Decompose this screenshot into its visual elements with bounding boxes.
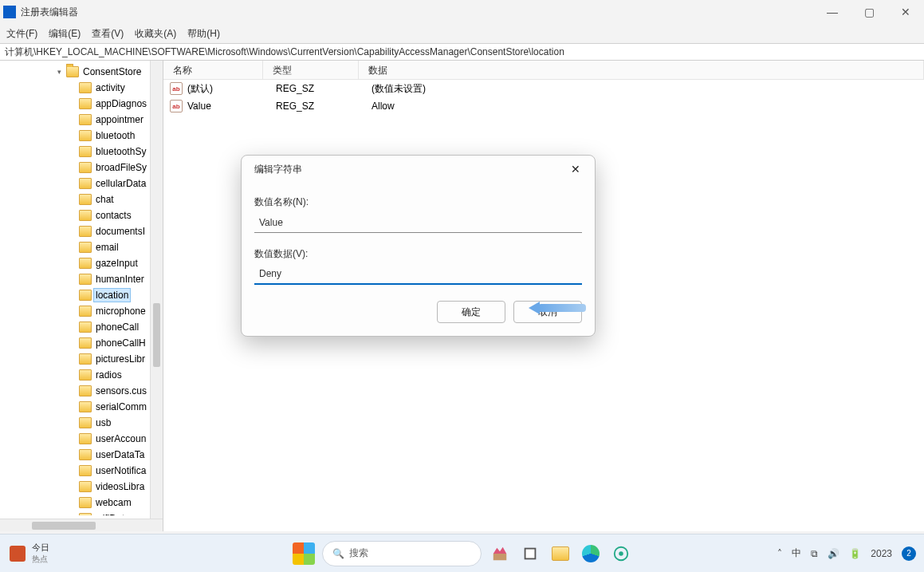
notification-count[interactable]: 2 [902,546,916,561]
menu-help[interactable]: 帮助(H) [187,27,220,41]
tree-item-email[interactable]: email [0,239,163,255]
value-name-input[interactable] [254,212,582,233]
string-value-icon: ab [170,82,183,95]
folder-icon [79,98,92,109]
tree-item-humaninter[interactable]: humanInter [0,271,163,287]
tree-item-contacts[interactable]: contacts [0,207,163,223]
tree-item-serialcomm[interactable]: serialComm [0,399,163,415]
dialog-close-button[interactable]: ✕ [564,163,587,176]
tree-item-label: webcam [94,496,133,509]
tree-item-radios[interactable]: radios [0,367,163,383]
list-body[interactable]: ab(默认)REG_SZ(数值未设置)abValueREG_SZAllow [163,80,924,115]
network-icon[interactable]: ⧉ [811,548,818,559]
tree-item-documentsi[interactable]: documentsI [0,223,163,239]
cancel-button[interactable]: 取消 [513,301,582,323]
menu-favorites[interactable]: 收藏夹(A) [135,27,176,41]
value-row[interactable]: ab(默认)REG_SZ(数值未设置) [163,80,924,97]
menu-file[interactable]: 文件(F) [6,27,37,41]
tree-item-appdiagnos[interactable]: appDiagnos [0,96,163,112]
cell-type: REG_SZ [276,101,372,112]
value-row[interactable]: abValueREG_SZAllow [163,97,924,115]
minimize-button[interactable]: — [814,0,851,24]
tree-item-wifidata[interactable]: wifiData [0,511,163,515]
list-header: 名称 类型 数据 [163,61,924,80]
tray-overflow-icon[interactable]: ˄ [777,548,782,559]
string-value-icon: ab [170,100,183,112]
address-bar[interactable]: 计算机\HKEY_LOCAL_MACHINE\SOFTWARE\Microsof… [0,43,924,61]
tree-item-label: appointmer [94,113,145,126]
registry-tree[interactable]: ▾ConsentStoreactivityappDiagnosappointme… [0,61,163,515]
taskbar-widget[interactable]: 今日 热点 [10,542,49,565]
tree-item-cellulardata[interactable]: cellularData [0,176,163,191]
start-button[interactable] [292,542,316,566]
taskbar-clock[interactable]: 2023 [871,548,892,559]
tree-item-label: wifiData [94,512,132,515]
tree-item-webcam[interactable]: webcam [0,495,163,511]
taskbar-app-1[interactable] [488,542,512,566]
tree-item-label: phoneCallH [94,337,147,349]
tree-item-sensors.cus[interactable]: sensors.cus [0,383,163,399]
tree-item-gazeinput[interactable]: gazeInput [0,255,163,271]
column-name[interactable]: 名称 [163,61,263,79]
tree-item-label: gazeInput [94,257,140,270]
tree-item-appointmer[interactable]: appointmer [0,112,163,128]
folder-icon [79,401,92,412]
folder-icon [79,82,92,93]
tree-item-phonecallh[interactable]: phoneCallH [0,335,163,351]
tree-item-label: ConsentStore [81,65,143,78]
tree-item-videoslibra[interactable]: videosLibra [0,479,163,495]
tree-item-bluetooth[interactable]: bluetooth [0,128,163,144]
folder-icon [79,242,92,253]
window-title: 注册表编辑器 [21,6,814,19]
menu-edit[interactable]: 编辑(E) [49,27,81,41]
ok-button[interactable]: 确定 [437,301,505,323]
folder-icon [79,513,92,515]
column-type[interactable]: 类型 [263,61,359,79]
ime-indicator[interactable]: 中 [792,546,801,560]
value-data-input[interactable] [254,264,582,285]
tree-item-label: userNotifica [94,464,147,477]
tree-item-label: humanInter [94,273,146,286]
taskbar-file-explorer[interactable] [549,542,572,566]
tree-item-pictureslibr[interactable]: picturesLibr [0,351,163,367]
folder-icon [79,226,92,237]
taskbar-edge[interactable] [579,542,603,566]
tree-item-phonecall[interactable]: phoneCall [0,319,163,335]
folder-icon [79,497,92,508]
tree-item-broadfilesy[interactable]: broadFileSy [0,160,163,176]
tree-item-bluetoothsy[interactable]: bluetoothSy [0,144,163,160]
tree-item-activity[interactable]: activity [0,80,163,96]
tree-horizontal-scrollbar[interactable] [0,519,163,531]
folder-icon [79,337,92,349]
system-tray: ˄ 中 ⧉ 🔊 🔋 2023 2 [777,546,916,561]
tree-item-usernotifica[interactable]: userNotifica [0,463,163,479]
tree-item-usb[interactable]: usb [0,415,163,431]
folder-icon [79,146,92,157]
folder-icon [79,290,92,301]
tree-item-userdatata[interactable]: userDataTa [0,447,163,463]
folder-icon [79,322,92,333]
tree-item-useraccoun[interactable]: userAccoun [0,431,163,447]
taskbar-app-2[interactable] [518,542,542,566]
folder-icon [79,481,92,492]
menu-bar: 文件(F) 编辑(E) 查看(V) 收藏夹(A) 帮助(H) [0,24,924,43]
search-placeholder: 搜索 [349,546,368,560]
volume-icon[interactable]: 🔊 [828,548,839,559]
taskbar-app-3[interactable] [609,542,633,566]
tree-item-microphone[interactable]: microphone [0,303,163,319]
tree-item-consentstore[interactable]: ▾ConsentStore [0,64,163,80]
taskbar-search[interactable]: 🔍 搜索 [322,541,482,566]
tree-item-label: email [94,241,120,254]
maximize-button[interactable]: ▢ [851,0,887,24]
tree-item-chat[interactable]: chat [0,191,163,207]
tree-item-location[interactable]: location [0,287,163,303]
battery-icon[interactable]: 🔋 [849,548,861,559]
close-button[interactable]: ✕ [887,0,924,24]
folder-icon [79,162,92,173]
tree-vertical-scrollbar[interactable] [150,61,163,519]
tree-item-label: appDiagnos [94,97,148,110]
folder-icon [79,385,92,396]
menu-view[interactable]: 查看(V) [92,27,124,41]
tree-item-label: bluetooth [94,129,136,142]
column-data[interactable]: 数据 [359,61,924,79]
